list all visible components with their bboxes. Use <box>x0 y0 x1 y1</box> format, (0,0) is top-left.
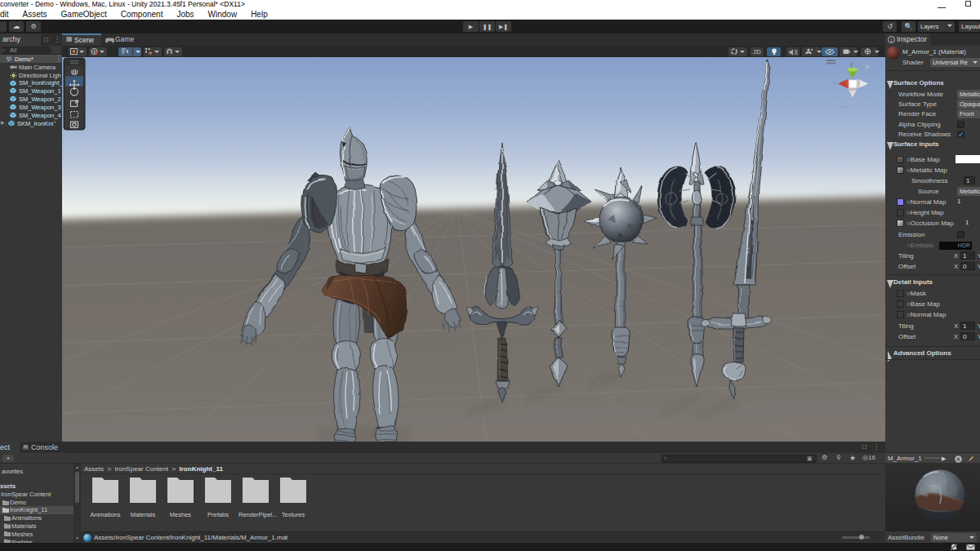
svg-text:◀ Persp: ◀ Persp <box>839 103 863 110</box>
svg-text:x: x <box>833 80 836 86</box>
svg-text:y: y <box>850 61 853 68</box>
